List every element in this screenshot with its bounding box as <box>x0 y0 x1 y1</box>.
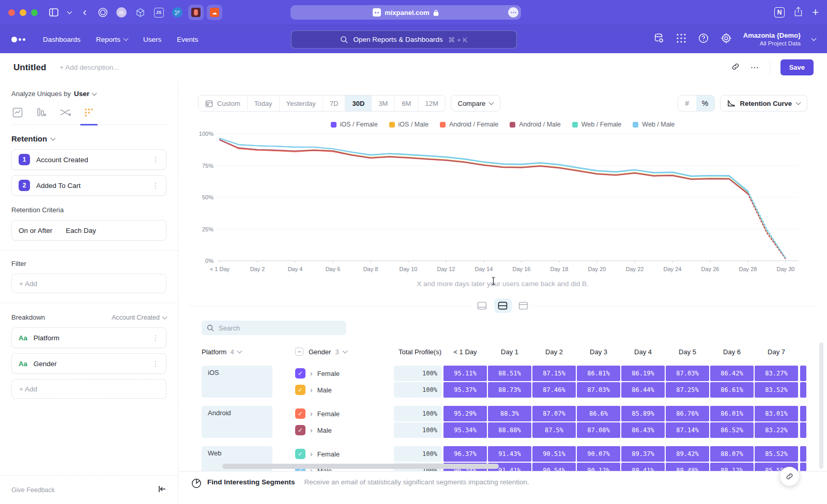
m-avatar-extension-icon[interactable]: m <box>114 5 129 20</box>
horizontal-scrollbar[interactable] <box>222 464 499 469</box>
retention-value-cell[interactable]: 87.03% <box>666 366 709 381</box>
tab-flows[interactable] <box>59 107 71 118</box>
retention-value-cell[interactable]: 91.43% <box>488 446 531 462</box>
retention-value-cell[interactable]: 89.48% <box>666 463 709 471</box>
retention-value-cell[interactable]: 88.07% <box>710 446 754 462</box>
platform-cell[interactable]: iOS <box>202 366 272 398</box>
chart-type-dropdown[interactable]: Retention Curve <box>720 95 807 112</box>
legend-item[interactable]: Web / Female <box>572 121 622 128</box>
day-column-header[interactable]: < 1 Day <box>443 348 487 356</box>
retention-section-heading[interactable]: Retention <box>11 134 166 143</box>
cube-extension-icon[interactable] <box>132 5 148 20</box>
analyze-uniques-row[interactable]: Analyze Uniques by User <box>11 90 166 98</box>
retention-value-cell[interactable]: 87.07% <box>532 406 576 421</box>
save-button[interactable]: Save <box>780 59 814 75</box>
project-switcher[interactable]: Amazonia {Demo} All Project Data <box>743 32 801 48</box>
nav-item-dashboards[interactable]: Dashboards <box>43 36 81 43</box>
add-filter-button[interactable]: + Add <box>11 274 166 293</box>
retention-value-cell[interactable]: 86.52% <box>710 422 754 438</box>
absolute-numbers-toggle[interactable]: # <box>678 96 696 111</box>
retention-value-cell[interactable]: 86.44% <box>621 382 665 398</box>
new-tab-icon[interactable]: + <box>812 6 819 19</box>
breakdown-card[interactable]: AaGender⋮ <box>11 353 166 374</box>
compare-button[interactable]: Compare <box>451 95 500 112</box>
expand-row-icon[interactable]: › <box>310 386 313 394</box>
legend-item[interactable]: Web / Male <box>633 121 675 128</box>
share-link-fab[interactable] <box>780 467 799 486</box>
more-actions-icon[interactable]: ⋯ <box>751 62 759 72</box>
retention-value-cell[interactable]: 86.76% <box>666 406 709 421</box>
js-extension-icon[interactable]: JS <box>151 5 166 20</box>
retention-value-cell[interactable]: 87.46% <box>532 382 576 398</box>
criteria-type[interactable]: On or After <box>19 227 52 234</box>
tab-funnels[interactable] <box>35 107 48 118</box>
retention-value-cell[interactable]: 89.41% <box>621 463 665 471</box>
day-column-header[interactable]: Day 6 <box>710 348 754 356</box>
table-search-input[interactable]: Search <box>202 321 346 335</box>
day-column-header[interactable]: Day 4 <box>621 348 665 356</box>
breakdown-property-name[interactable]: Gender <box>34 360 57 368</box>
breakdown-scope-selector[interactable]: Account Created <box>112 314 166 321</box>
range-3m[interactable]: 3M <box>372 96 395 111</box>
target-extension-icon[interactable] <box>95 5 111 20</box>
apps-grid-icon[interactable] <box>676 33 686 45</box>
step-event-name[interactable]: Added To Cart <box>36 182 81 190</box>
retention-value-cell[interactable]: 87.14% <box>666 422 709 438</box>
expand-row-icon[interactable]: › <box>310 369 313 377</box>
range-7d[interactable]: 7D <box>323 96 346 111</box>
expand-row-icon[interactable]: › <box>310 426 313 434</box>
retention-value-cell[interactable]: 86.43% <box>621 422 665 438</box>
retention-value-cell[interactable]: 86.61% <box>710 382 754 398</box>
criteria-interval[interactable]: Each Day <box>66 227 96 234</box>
retention-criteria-card[interactable]: On or After Each Day <box>11 220 166 241</box>
retention-value-cell[interactable]: 87.08% <box>577 422 620 438</box>
report-title[interactable]: Untitled <box>13 62 46 73</box>
mixpanel-logo[interactable] <box>11 37 25 42</box>
nav-item-reports[interactable]: Reports <box>96 36 128 43</box>
day-column-header[interactable]: Day 3 <box>577 348 620 356</box>
retention-value-cell[interactable]: 90.12% <box>577 463 620 471</box>
range-6m[interactable]: 6M <box>395 96 418 111</box>
maximize-window-icon[interactable] <box>31 9 38 16</box>
retention-value-cell[interactable]: 88.3% <box>488 406 531 421</box>
retention-value-cell[interactable]: 89.37% <box>621 446 665 462</box>
legend-item[interactable]: Android / Male <box>510 121 561 128</box>
add-description[interactable]: + Add description... <box>59 64 119 71</box>
nav-item-users[interactable]: Users <box>143 36 161 43</box>
series-checkbox[interactable]: ✓ <box>295 385 305 395</box>
breakdown-property-name[interactable]: Platform <box>34 334 59 342</box>
legend-item[interactable]: Android / Female <box>440 121 498 128</box>
red-pill-extension-icon[interactable] <box>188 5 204 20</box>
give-feedback-link[interactable]: Give Feedback <box>11 486 55 494</box>
legend-item[interactable]: iOS / Male <box>389 121 428 128</box>
copy-link-icon[interactable] <box>731 62 740 73</box>
step-options-icon[interactable]: ⋮ <box>152 155 159 164</box>
retention-value-cell[interactable]: 90.51% <box>532 446 576 462</box>
select-all-checkbox[interactable]: − <box>295 348 303 356</box>
retention-value-cell[interactable]: 88.51% <box>488 366 531 381</box>
retention-value-cell[interactable]: 88.73% <box>488 382 531 398</box>
range-yesterday[interactable]: Yesterday <box>280 96 323 111</box>
day-column-header[interactable]: Day 2 <box>532 348 576 356</box>
global-search-input[interactable]: Open Reports & Dashboards ⌘ + K <box>291 30 517 49</box>
percent-toggle[interactable]: % <box>696 96 714 111</box>
retention-value-cell[interactable]: 87.25% <box>666 382 709 398</box>
breakdown-card[interactable]: AaPlatform⋮ <box>11 327 166 348</box>
tab-retention[interactable] <box>83 107 95 118</box>
minimize-window-icon[interactable] <box>20 9 26 16</box>
retention-value-cell[interactable]: 90.07% <box>577 446 620 462</box>
split-view-button[interactable] <box>494 298 512 313</box>
collapse-sidebar-icon[interactable] <box>158 485 166 495</box>
retention-value-cell[interactable]: 86.81% <box>577 366 620 381</box>
add-breakdown-button[interactable]: + Add <box>11 379 166 399</box>
day-column-header[interactable]: Day 7 <box>755 348 798 356</box>
retention-value-cell[interactable]: 88.12% <box>710 463 754 471</box>
breakdown-options-icon[interactable]: ⋮ <box>152 334 159 342</box>
retention-value-cell[interactable]: 86.19% <box>621 366 665 381</box>
retention-value-cell[interactable]: 83.52% <box>755 382 798 398</box>
retention-value-cell[interactable]: 85.89% <box>621 406 665 421</box>
total-profiles-header[interactable]: Total Profile(s) <box>394 348 441 356</box>
retention-value-cell[interactable]: 83.27% <box>755 366 798 381</box>
retention-value-cell[interactable]: 96.37% <box>443 446 487 462</box>
step-event-name[interactable]: Account Created <box>36 156 88 164</box>
